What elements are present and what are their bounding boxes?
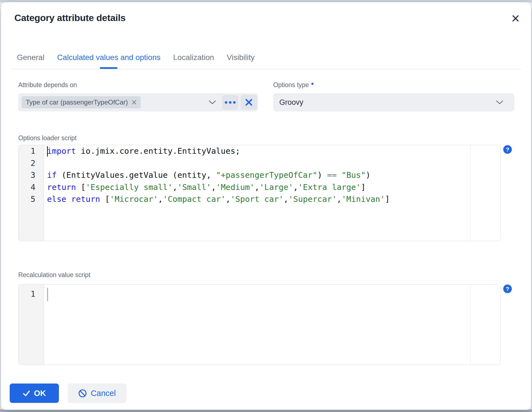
- tab-localization[interactable]: Localization: [167, 46, 220, 69]
- tab-bar: GeneralCalculated values and optionsLoca…: [11, 46, 261, 69]
- options-type-value: Groovy: [279, 93, 303, 111]
- clear-values-button[interactable]: [241, 95, 257, 110]
- help-icon[interactable]: ?: [503, 285, 512, 293]
- category-attribute-details-dialog: Category attribute details GeneralCalcul…: [1, 2, 531, 410]
- line-number: 2: [19, 157, 35, 170]
- chevron-down-icon[interactable]: [496, 100, 503, 105]
- code-area[interactable]: import io.jmix.core.entity.EntityValues;…: [44, 145, 500, 241]
- page-background-bottom: [0, 410, 532, 412]
- ban-icon: [78, 389, 87, 398]
- code-line: import io.jmix.core.entity.EntityValues;: [47, 145, 500, 157]
- editor-rule: [470, 145, 471, 241]
- close-button[interactable]: [509, 12, 522, 25]
- select-values-button[interactable]: [222, 95, 238, 110]
- chevron-down-icon[interactable]: [209, 100, 216, 105]
- options-loader-script-editor[interactable]: 12345 import io.jmix.core.entity.EntityV…: [18, 145, 500, 241]
- help-icon[interactable]: ?: [503, 145, 512, 154]
- code-line: [47, 157, 500, 170]
- ellipsis-icon: [225, 101, 236, 104]
- check-icon: [23, 390, 30, 397]
- options-loader-script-label: Options loader script: [18, 134, 77, 142]
- recalculation-value-script-editor[interactable]: 1: [18, 284, 500, 365]
- selected-value-chip: Type of car (passengerTypeOfCar): [22, 96, 141, 108]
- text-cursor: [47, 288, 48, 301]
- cancel-label: Cancel: [91, 389, 116, 398]
- code-area[interactable]: [44, 285, 500, 365]
- code-line: return ['Especially small','Small','Medi…: [47, 181, 500, 194]
- tab-visibility[interactable]: Visibility: [220, 46, 261, 69]
- code-line: [47, 288, 500, 300]
- line-number-gutter: 1: [19, 285, 44, 365]
- code-line: else return ['Microcar','Compact car','S…: [47, 193, 500, 205]
- attribute-depends-on-label: Attribute depends on: [18, 81, 77, 89]
- tab-divider: [11, 69, 521, 69]
- options-type-select[interactable]: Groovy: [273, 93, 514, 111]
- options-type-label: Options type: [273, 81, 314, 89]
- recalculation-value-script-label: Recalculation value script: [18, 271, 90, 279]
- chip-remove-icon[interactable]: [132, 100, 137, 105]
- line-number: 1: [19, 288, 35, 300]
- line-number: 1: [19, 145, 35, 157]
- editor-rule: [470, 285, 471, 365]
- code-line: if (EntityValues.getValue (entity, "+pas…: [47, 169, 500, 181]
- cancel-button[interactable]: Cancel: [68, 384, 126, 403]
- line-number: 3: [19, 169, 35, 181]
- line-number: 5: [19, 193, 35, 205]
- line-number-gutter: 12345: [19, 145, 44, 241]
- required-indicator: [311, 83, 314, 85]
- dialog-title: Category attribute details: [14, 11, 126, 24]
- close-icon: [512, 15, 519, 22]
- clear-icon: [245, 98, 253, 106]
- chip-label: Type of car (passengerTypeOfCar): [26, 98, 128, 106]
- ok-label: OK: [34, 389, 46, 398]
- line-number: 4: [19, 181, 35, 194]
- text-cursor: [47, 146, 48, 157]
- tab-general[interactable]: General: [11, 46, 51, 69]
- ok-button[interactable]: OK: [10, 384, 59, 403]
- tab-calculated-values-and-options[interactable]: Calculated values and options: [51, 46, 167, 69]
- attribute-depends-on-picker[interactable]: Type of car (passengerTypeOfCar): [18, 93, 258, 111]
